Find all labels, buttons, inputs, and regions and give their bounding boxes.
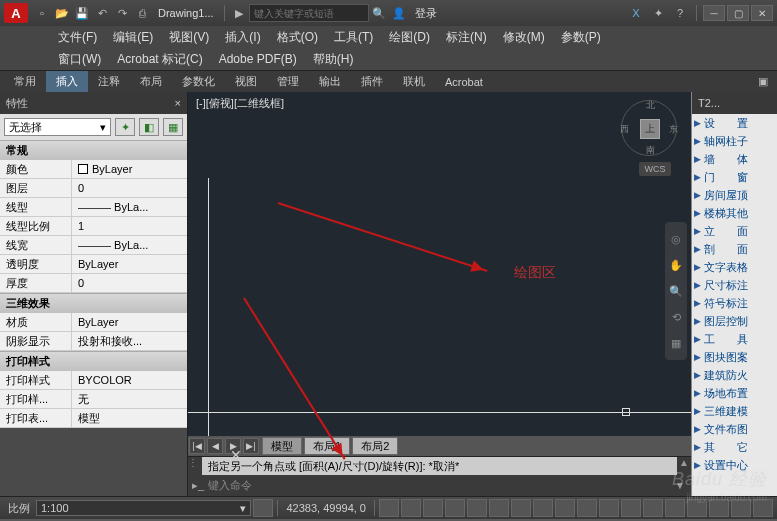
palette-item[interactable]: ▶剖 面 bbox=[692, 240, 777, 258]
drawing-canvas[interactable]: [-][俯视][二维线框] 北 南 东 西 上 WCS ◎ ✋ 🔍 ⟲ ▦ bbox=[188, 92, 691, 436]
ribbon-tab[interactable]: 插件 bbox=[351, 71, 393, 92]
status-toggle[interactable] bbox=[599, 499, 619, 517]
status-toggle[interactable] bbox=[423, 499, 443, 517]
properties-close-icon[interactable]: × bbox=[175, 97, 181, 109]
palette-item[interactable]: ▶工 具 bbox=[692, 330, 777, 348]
qat-redo-icon[interactable]: ↷ bbox=[113, 4, 131, 22]
status-toggle[interactable] bbox=[379, 499, 399, 517]
nav-pan-icon[interactable]: ✋ bbox=[665, 252, 687, 278]
property-row[interactable]: 线宽——— ByLa... bbox=[0, 236, 187, 255]
user-icon[interactable]: 👤 bbox=[390, 4, 408, 22]
menu-item[interactable]: 格式(O) bbox=[269, 27, 326, 48]
ribbon-tab[interactable]: 常用 bbox=[4, 71, 46, 92]
tab-nav-button[interactable]: ◀ bbox=[207, 438, 223, 454]
status-toggle[interactable] bbox=[643, 499, 663, 517]
menu-item[interactable]: 修改(M) bbox=[495, 27, 553, 48]
status-toggle[interactable] bbox=[401, 499, 421, 517]
ribbon-tab[interactable]: Acrobat bbox=[435, 73, 493, 91]
palette-item[interactable]: ▶墙 体 bbox=[692, 150, 777, 168]
star-icon[interactable]: ✦ bbox=[649, 4, 667, 22]
qat-undo-icon[interactable]: ↶ bbox=[93, 4, 111, 22]
exchange-x-icon[interactable]: X bbox=[627, 4, 645, 22]
quick-select-button[interactable]: ✦ bbox=[115, 118, 135, 136]
qat-open-icon[interactable]: 📂 bbox=[53, 4, 71, 22]
status-toggle[interactable] bbox=[731, 499, 751, 517]
property-row[interactable]: 阴影显示投射和接收... bbox=[0, 332, 187, 351]
ribbon-tab[interactable]: 布局 bbox=[130, 71, 172, 92]
menu-item[interactable]: 编辑(E) bbox=[105, 27, 161, 48]
menu-item[interactable]: 视图(V) bbox=[161, 27, 217, 48]
palette-item[interactable]: ▶设置中心 bbox=[692, 456, 777, 474]
palette-item[interactable]: ▶门 窗 bbox=[692, 168, 777, 186]
cmd-scroll-down-icon[interactable]: ▼ bbox=[673, 480, 687, 491]
property-row[interactable]: 线型比例1 bbox=[0, 217, 187, 236]
nav-showmotion-icon[interactable]: ▦ bbox=[665, 330, 687, 356]
ribbon-tab[interactable]: 注释 bbox=[88, 71, 130, 92]
palette-item[interactable]: ▶文件布图 bbox=[692, 420, 777, 438]
status-toggle[interactable] bbox=[467, 499, 487, 517]
property-row[interactable]: 厚度0 bbox=[0, 274, 187, 293]
layout-tab[interactable]: 模型 bbox=[262, 437, 302, 455]
property-row[interactable]: 打印表...模型 bbox=[0, 409, 187, 428]
search-binoculars-icon[interactable]: 🔍 bbox=[370, 4, 388, 22]
search-play-icon[interactable]: ▶ bbox=[230, 4, 248, 22]
ribbon-tab[interactable]: 管理 bbox=[267, 71, 309, 92]
property-row[interactable]: 打印样式BYCOLOR bbox=[0, 371, 187, 390]
app-logo[interactable]: A bbox=[4, 3, 28, 23]
palette-item[interactable]: ▶尺寸标注 bbox=[692, 276, 777, 294]
status-toggle[interactable] bbox=[445, 499, 465, 517]
menu-item[interactable]: Acrobat 标记(C) bbox=[109, 49, 210, 70]
scale-dropdown[interactable]: 1:100▾ bbox=[36, 500, 251, 516]
menu-item[interactable]: 帮助(H) bbox=[305, 49, 362, 70]
palette-item[interactable]: ▶房间屋顶 bbox=[692, 186, 777, 204]
property-row[interactable]: 材质ByLayer bbox=[0, 313, 187, 332]
ribbon-tab[interactable]: 联机 bbox=[393, 71, 435, 92]
login-link[interactable]: 登录 bbox=[415, 6, 437, 21]
property-row[interactable]: 打印样...无 bbox=[0, 390, 187, 409]
viewport-label[interactable]: [-][俯视][二维线框] bbox=[196, 96, 284, 111]
property-row[interactable]: 颜色ByLayer bbox=[0, 160, 187, 179]
status-toggle[interactable] bbox=[709, 499, 729, 517]
status-toggle-1[interactable] bbox=[253, 499, 273, 517]
select-objects-button[interactable]: ◧ bbox=[139, 118, 159, 136]
property-row[interactable]: 线型——— ByLa... bbox=[0, 198, 187, 217]
ribbon-tab[interactable]: 视图 bbox=[225, 71, 267, 92]
menu-item[interactable]: 窗口(W) bbox=[50, 49, 109, 70]
palette-item[interactable]: ▶文字表格 bbox=[692, 258, 777, 276]
view-cube[interactable]: 北 南 东 西 上 bbox=[621, 100, 677, 156]
category-print[interactable]: 打印样式 bbox=[0, 351, 187, 371]
nav-zoom-icon[interactable]: 🔍 bbox=[665, 278, 687, 304]
menu-item[interactable]: Adobe PDF(B) bbox=[211, 50, 305, 68]
qat-new-icon[interactable]: ▫ bbox=[33, 4, 51, 22]
ribbon-tab[interactable]: 插入 bbox=[46, 71, 88, 92]
help-icon[interactable]: ? bbox=[671, 4, 689, 22]
selection-dropdown[interactable]: 无选择▾ bbox=[4, 118, 111, 136]
status-toggle[interactable] bbox=[687, 499, 707, 517]
menu-item[interactable]: 插入(I) bbox=[217, 27, 268, 48]
ribbon-tab[interactable]: 输出 bbox=[309, 71, 351, 92]
qat-save-icon[interactable]: 💾 bbox=[73, 4, 91, 22]
palette-item[interactable]: ▶其 它 bbox=[692, 438, 777, 456]
palette-item[interactable]: ▶轴网柱子 bbox=[692, 132, 777, 150]
status-toggle[interactable] bbox=[753, 499, 773, 517]
property-row[interactable]: 透明度ByLayer bbox=[0, 255, 187, 274]
status-toggle[interactable] bbox=[665, 499, 685, 517]
tab-nav-button[interactable]: ▶| bbox=[243, 438, 259, 454]
palette-item[interactable]: ▶场地布置 bbox=[692, 384, 777, 402]
property-row[interactable]: 图层0 bbox=[0, 179, 187, 198]
menu-item[interactable]: 文件(F) bbox=[50, 27, 105, 48]
palette-item[interactable]: ▶图层控制 bbox=[692, 312, 777, 330]
nav-wheel-icon[interactable]: ◎ bbox=[665, 226, 687, 252]
status-toggle[interactable] bbox=[577, 499, 597, 517]
status-toggle[interactable] bbox=[489, 499, 509, 517]
palette-item[interactable]: ▶三维建模 bbox=[692, 402, 777, 420]
palette-item[interactable]: ▶符号标注 bbox=[692, 294, 777, 312]
wcs-indicator[interactable]: WCS bbox=[639, 162, 671, 176]
cmd-handle-icon[interactable]: ⋮⋮ bbox=[188, 457, 202, 475]
category-3d[interactable]: 三维效果 bbox=[0, 293, 187, 313]
status-toggle[interactable] bbox=[511, 499, 531, 517]
toggle-pickadd-button[interactable]: ▦ bbox=[163, 118, 183, 136]
maximize-button[interactable]: ▢ bbox=[727, 5, 749, 21]
cmd-scroll-up-icon[interactable]: ▲ bbox=[677, 457, 691, 475]
close-button[interactable]: ✕ bbox=[751, 5, 773, 21]
